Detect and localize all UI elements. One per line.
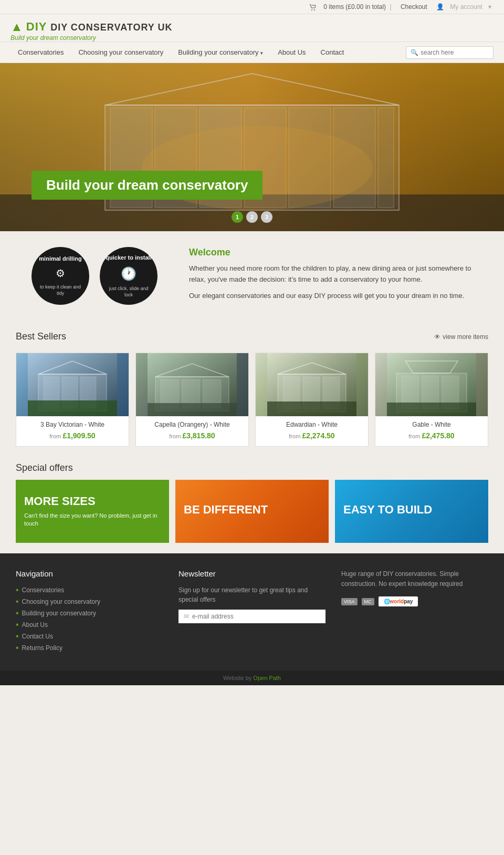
footer-bottom: Website by Open Path <box>0 671 504 685</box>
welcome-title: Welcome <box>189 247 472 258</box>
offer-be-different[interactable]: BE DIFFERENT <box>175 480 329 543</box>
product-image-2 <box>136 353 248 416</box>
footer-building-link[interactable]: Building your conservatory <box>22 610 96 617</box>
email-icon: ✉ <box>184 613 189 620</box>
footer-nav-links: Conservatories Choosing your conservator… <box>16 585 163 653</box>
footer-info-col: Huge range of DIY conservatories. Simple… <box>341 569 488 655</box>
hero-dot-1[interactable]: 1 <box>232 211 243 223</box>
search-icon: 🔍 <box>411 49 418 56</box>
welcome-section: Welcome Whether you need more room for t… <box>178 247 472 301</box>
feature-install-sub: just click, slide and lock <box>105 286 152 298</box>
hero-text-banner: Build your dream conservatory <box>32 171 262 200</box>
drill-icon: ⚙ <box>56 266 65 280</box>
offer-more-sizes-title: MORE SIZES <box>24 495 161 508</box>
svg-point-0 <box>311 9 312 11</box>
best-sellers-section: Best Sellers 👁 view more items <box>0 321 504 457</box>
best-sellers-title: Best Sellers <box>16 331 66 342</box>
nav-contact[interactable]: Contact <box>313 42 352 63</box>
hero-dot-2[interactable]: 2 <box>246 211 258 223</box>
nav-about[interactable]: About Us <box>270 42 313 63</box>
footer-choosing-link[interactable]: Choosing your conservatory <box>22 598 100 605</box>
special-offers-section: Special offers MORE SIZES Can't find the… <box>0 457 504 553</box>
footer-conservatories-link[interactable]: Conservatories <box>22 586 65 594</box>
product-name-4: Gable - White <box>379 420 485 429</box>
welcome-para1: Whether you need more room for the child… <box>189 263 472 285</box>
navigation: Conservatories Choosing your conservator… <box>0 42 504 63</box>
svg-rect-28 <box>148 403 237 416</box>
product-price-1: from £1,909.50 <box>16 431 129 440</box>
logo-tree-icon: ▲ <box>10 19 23 34</box>
footer-link-item: Choosing your conservatory <box>16 597 163 606</box>
footer-returns-link[interactable]: Returns Policy <box>22 644 62 652</box>
footer-newsletter-title: Newsletter <box>178 569 326 578</box>
product-price-2: from £3,815.80 <box>136 431 248 440</box>
footer-newsletter-text: Sign up for our newsletter to get great … <box>178 585 326 604</box>
offer-more-sizes-sub: Can't find the size you want? No problem… <box>24 512 161 528</box>
product-card-3[interactable]: Edwardian - White from £2,274.50 <box>255 353 369 447</box>
top-bar: 0 items (£0.00 in total) | Checkout 👤 My… <box>0 0 504 14</box>
footer-newsletter-col: Newsletter Sign up for our newsletter to… <box>178 569 326 655</box>
footer-nav-title: Navigation <box>16 569 163 578</box>
visa-badge: VISA <box>341 598 358 605</box>
footer-link-item: Contact Us <box>16 632 163 641</box>
svg-rect-35 <box>267 401 356 416</box>
newsletter-email-input[interactable] <box>192 613 320 620</box>
newsletter-input-wrapper[interactable]: ✉ <box>178 610 326 623</box>
logo-title: DIY DIY CONSERVATORY UK <box>26 20 173 34</box>
product-price-4: from £2,475.80 <box>375 431 488 440</box>
search-bar[interactable]: 🔍 <box>406 46 494 59</box>
products-grid: 3 Bay Victorian - White from £1,909.50 <box>0 347 504 457</box>
footer-about-link[interactable]: About Us <box>22 621 48 629</box>
hero-overlay <box>0 63 504 231</box>
svg-rect-21 <box>28 400 117 416</box>
feature-drilling-title: minimal drilling <box>39 255 81 262</box>
nav-links: Conservatories Choosing your conservator… <box>10 42 351 63</box>
nav-conservatories[interactable]: Conservatories <box>10 42 71 63</box>
product-card-4[interactable]: Gable - White from £2,475.80 <box>375 353 488 447</box>
hero-pagination: 1 2 3 <box>232 211 272 223</box>
welcome-para2: Our elegant conservatories and our easy … <box>189 291 472 302</box>
feature-install: quicker to install 🕐 just click, slide a… <box>100 247 158 305</box>
cart-link[interactable]: 0 items (£0.00 in total) <box>323 3 386 11</box>
svg-point-1 <box>314 9 315 11</box>
special-offers-title: Special offers <box>16 462 488 473</box>
features-icons: minimal drilling ⚙ to keep it clean and … <box>32 247 158 305</box>
footer-link-item: Conservatories <box>16 585 163 595</box>
feature-drilling-sub: to keep it clean and tidy <box>37 284 84 296</box>
product-card-1[interactable]: 3 Bay Victorian - White from £1,909.50 <box>16 353 129 447</box>
offer-easy-build-title: EASY TO BUILD <box>343 503 480 517</box>
product-name-3: Edwardian - White <box>259 420 365 429</box>
feature-install-title: quicker to install <box>106 254 151 261</box>
footer: Navigation Conservatories Choosing your … <box>0 553 504 671</box>
clock-icon: 🕐 <box>121 265 136 282</box>
view-more-link[interactable]: 👁 view more items <box>434 333 488 341</box>
search-input[interactable] <box>421 49 489 56</box>
payment-badges: VISA MC 🌐worldworldpaypay <box>341 596 488 606</box>
cart-icon <box>309 4 317 11</box>
checkout-link[interactable]: Checkout <box>401 3 427 11</box>
footer-nav-col: Navigation Conservatories Choosing your … <box>16 569 163 655</box>
hero-dot-3[interactable]: 3 <box>261 211 272 223</box>
logo[interactable]: ▲ DIY DIY CONSERVATORY UK Build your dre… <box>10 19 173 42</box>
logo-tagline: Build your dream conservatory <box>10 34 96 42</box>
hero-banner: Build your dream conservatory 1 2 3 <box>0 63 504 231</box>
footer-contact-link[interactable]: Contact Us <box>22 633 53 640</box>
footer-link-item: Building your conservatory <box>16 609 163 618</box>
product-card-2[interactable]: Capella (Orangery) - White from £3,815.8… <box>135 353 249 447</box>
best-sellers-header: Best Sellers 👁 view more items <box>0 321 504 347</box>
product-name-1: 3 Bay Victorian - White <box>19 420 125 429</box>
footer-link-item: Returns Policy <box>16 643 163 653</box>
open-path-link[interactable]: Open Path <box>253 675 281 681</box>
separator: | <box>390 3 391 11</box>
nav-choosing[interactable]: Choosing your conservatory <box>71 42 171 63</box>
nav-building[interactable]: Building your conservatory ▾ <box>171 42 270 63</box>
svg-rect-42 <box>387 403 476 416</box>
product-image-4 <box>375 353 488 416</box>
account-link[interactable]: 👤 My account ▾ <box>434 3 494 11</box>
footer-info-text: Huge range of DIY conservatories. Simple… <box>341 569 488 589</box>
offer-easy-build[interactable]: EASY TO BUILD <box>335 480 488 543</box>
offer-be-different-title: BE DIFFERENT <box>184 503 320 517</box>
features-section: minimal drilling ⚙ to keep it clean and … <box>0 231 504 321</box>
eye-icon: 👁 <box>434 333 440 341</box>
offer-more-sizes[interactable]: MORE SIZES Can't find the size you want?… <box>16 480 169 543</box>
